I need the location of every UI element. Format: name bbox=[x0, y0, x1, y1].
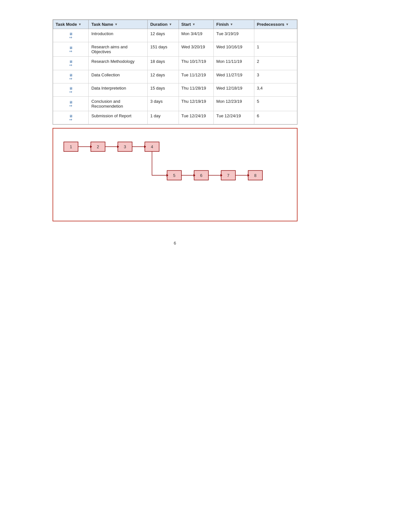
node-6-label: 6 bbox=[200, 173, 202, 178]
network-diagram: 1 2 3 4 5 6 7 8 bbox=[53, 128, 298, 221]
task-mode-cell: 🖥 ⇒ bbox=[53, 83, 89, 96]
table-row: 🖥 ⇒ Research Methodology18 daysThu 10/17… bbox=[53, 57, 297, 70]
task-mode-icon: 🖥 ⇒ bbox=[69, 86, 73, 94]
task-mode-icon: 🖥 ⇒ bbox=[69, 60, 73, 67]
table-row: 🖥 ⇒ Submission of Report1 dayTue 12/24/1… bbox=[53, 111, 297, 124]
task-mode-cell: 🖥 ⇒ bbox=[53, 111, 89, 124]
node-7-label: 7 bbox=[227, 173, 229, 178]
project-table: Task Mode ▼ Task Name ▼ Duration ▼ bbox=[53, 20, 297, 124]
node-5-label: 5 bbox=[173, 173, 175, 178]
table-header-row: Task Mode ▼ Task Name ▼ Duration ▼ bbox=[53, 20, 297, 29]
task-arrow-icon: ⇒ bbox=[69, 90, 72, 94]
col-start-label: Start bbox=[181, 22, 191, 27]
task-name-cell: Submission of Report bbox=[89, 111, 148, 124]
finish-cell: Wed 10/16/19 bbox=[214, 42, 254, 57]
col-start-arrow[interactable]: ▼ bbox=[192, 23, 195, 26]
node-8-label: 8 bbox=[254, 173, 256, 178]
task-mode-icon: 🖥 ⇒ bbox=[69, 100, 73, 108]
page-number: 6 bbox=[53, 241, 298, 246]
col-finish-label: Finish bbox=[216, 22, 229, 27]
task-name-cell: Research Methodology bbox=[89, 57, 148, 70]
col-task-mode[interactable]: Task Mode ▼ bbox=[53, 20, 89, 29]
task-mode-cell: 🖥 ⇒ bbox=[53, 97, 89, 111]
project-table-wrapper: Task Mode ▼ Task Name ▼ Duration ▼ bbox=[53, 19, 298, 125]
start-cell: Tue 11/12/19 bbox=[179, 70, 214, 83]
col-start[interactable]: Start ▼ bbox=[179, 20, 214, 29]
page-content: Task Mode ▼ Task Name ▼ Duration ▼ bbox=[53, 0, 359, 258]
task-name-cell: Data Interpretetion bbox=[89, 83, 148, 96]
col-finish[interactable]: Finish ▼ bbox=[214, 20, 254, 29]
node-2-label: 2 bbox=[97, 145, 99, 150]
predecessors-cell: 3 bbox=[254, 70, 297, 83]
predecessors-cell: 1 bbox=[254, 42, 297, 57]
predecessors-cell: 5 bbox=[254, 97, 297, 111]
col-task-name[interactable]: Task Name ▼ bbox=[89, 20, 148, 29]
task-arrow-icon: ⇒ bbox=[69, 49, 72, 53]
task-mode-icon: 🖥 ⇒ bbox=[69, 73, 73, 81]
task-name-cell: Conclusion andRecoomendetion bbox=[89, 97, 148, 111]
task-mode-cell: 🖥 ⇒ bbox=[53, 29, 89, 42]
start-cell: Thu 12/19/19 bbox=[179, 97, 214, 111]
start-cell: Wed 3/20/19 bbox=[179, 42, 214, 57]
finish-cell: Tue 12/24/19 bbox=[214, 111, 254, 124]
predecessors-cell bbox=[254, 29, 297, 42]
task-name-cell: Data Collection bbox=[89, 70, 148, 83]
col-task-name-arrow[interactable]: ▼ bbox=[114, 23, 118, 26]
predecessors-cell: 3,4 bbox=[254, 83, 297, 96]
task-name-cell: Research aims andObjectives bbox=[89, 42, 148, 57]
col-duration[interactable]: Duration ▼ bbox=[148, 20, 179, 29]
col-task-name-label: Task Name bbox=[91, 22, 113, 27]
table-row: 🖥 ⇒ Research aims andObjectives151 daysW… bbox=[53, 42, 297, 57]
col-finish-arrow[interactable]: ▼ bbox=[230, 23, 233, 26]
node-1-label: 1 bbox=[70, 145, 72, 150]
col-predecessors-label: Predecessors bbox=[257, 22, 284, 27]
table-body: 🖥 ⇒ Introduction12 daysMon 3/4/19Tue 3/1… bbox=[53, 29, 297, 124]
arrow-4-5-path bbox=[152, 151, 166, 175]
predecessors-cell: 6 bbox=[254, 111, 297, 124]
table-row: 🖥 ⇒ Conclusion andRecoomendetion3 daysTh… bbox=[53, 97, 297, 111]
task-mode-cell: 🖥 ⇒ bbox=[53, 57, 89, 70]
col-predecessors-arrow[interactable]: ▼ bbox=[286, 23, 289, 26]
col-duration-label: Duration bbox=[150, 22, 167, 27]
start-cell: Mon 3/4/19 bbox=[179, 29, 214, 42]
start-cell: Tue 12/24/19 bbox=[179, 111, 214, 124]
network-svg: 1 2 3 4 5 6 7 8 bbox=[53, 129, 297, 221]
duration-cell: 12 days bbox=[148, 29, 179, 42]
task-mode-cell: 🖥 ⇒ bbox=[53, 70, 89, 83]
duration-cell: 1 day bbox=[148, 111, 179, 124]
finish-cell: Wed 12/18/19 bbox=[214, 83, 254, 96]
task-arrow-icon: ⇒ bbox=[69, 104, 72, 108]
task-name-cell: Introduction bbox=[89, 29, 148, 42]
finish-cell: Wed 11/27/19 bbox=[214, 70, 254, 83]
col-predecessors[interactable]: Predecessors ▼ bbox=[254, 20, 297, 29]
duration-cell: 12 days bbox=[148, 70, 179, 83]
finish-cell: Mon 11/11/19 bbox=[214, 57, 254, 70]
node-4-label: 4 bbox=[151, 145, 153, 150]
table-row: 🖥 ⇒ Data Collection12 daysTue 11/12/19We… bbox=[53, 70, 297, 83]
task-arrow-icon: ⇒ bbox=[69, 35, 72, 40]
duration-cell: 15 days bbox=[148, 83, 179, 96]
task-mode-icon: 🖥 ⇒ bbox=[69, 32, 73, 40]
finish-cell: Mon 12/23/19 bbox=[214, 97, 254, 111]
duration-cell: 151 days bbox=[148, 42, 179, 57]
task-arrow-icon: ⇒ bbox=[69, 77, 72, 81]
task-arrow-icon: ⇒ bbox=[69, 63, 72, 67]
task-mode-cell: 🖥 ⇒ bbox=[53, 42, 89, 57]
col-task-mode-arrow[interactable]: ▼ bbox=[78, 23, 82, 26]
predecessors-cell: 2 bbox=[254, 57, 297, 70]
page-number-value: 6 bbox=[174, 241, 176, 246]
task-mode-icon: 🖥 ⇒ bbox=[69, 46, 73, 53]
duration-cell: 3 days bbox=[148, 97, 179, 111]
table-row: 🖥 ⇒ Introduction12 daysMon 3/4/19Tue 3/1… bbox=[53, 29, 297, 42]
start-cell: Thu 10/17/19 bbox=[179, 57, 214, 70]
col-task-mode-label: Task Mode bbox=[56, 22, 77, 27]
task-mode-icon: 🖥 ⇒ bbox=[69, 114, 73, 122]
start-cell: Thu 11/28/19 bbox=[179, 83, 214, 96]
duration-cell: 18 days bbox=[148, 57, 179, 70]
col-duration-arrow[interactable]: ▼ bbox=[169, 23, 172, 26]
node-3-label: 3 bbox=[124, 145, 126, 150]
table-row: 🖥 ⇒ Data Interpretetion15 daysThu 11/28/… bbox=[53, 83, 297, 96]
finish-cell: Tue 3/19/19 bbox=[214, 29, 254, 42]
task-arrow-icon: ⇒ bbox=[69, 118, 72, 122]
